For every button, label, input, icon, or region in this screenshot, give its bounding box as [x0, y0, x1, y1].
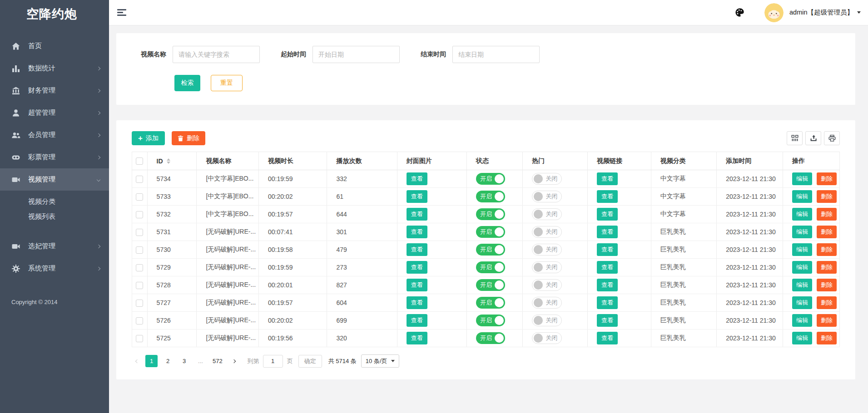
view-cover-button[interactable]: 查看 [407, 314, 427, 327]
view-cover-button[interactable]: 查看 [407, 208, 427, 221]
hot-toggle-off[interactable]: 关闭 [532, 279, 562, 291]
hot-toggle-off[interactable]: 关闭 [532, 297, 562, 309]
sidebar-item-video[interactable]: 视频管理 [0, 168, 109, 191]
status-toggle-on[interactable]: 开启 [476, 191, 505, 202]
view-cover-button[interactable]: 查看 [407, 226, 427, 238]
video-name-input[interactable] [173, 46, 260, 63]
page-number[interactable]: 1 [145, 355, 158, 367]
sidebar-item-superadmin[interactable]: 超管管理 [0, 102, 109, 124]
per-page-select[interactable]: 10 条/页 [361, 354, 399, 368]
view-link-button[interactable]: 查看 [597, 314, 618, 327]
view-link-button[interactable]: 查看 [597, 279, 618, 291]
row-checkbox[interactable] [136, 246, 143, 254]
hot-toggle-off[interactable]: 关闭 [532, 315, 562, 326]
delete-row-button[interactable]: 删除 [817, 226, 837, 238]
avatar[interactable] [764, 3, 784, 22]
delete-row-button[interactable]: 删除 [817, 243, 837, 256]
goto-confirm-button[interactable]: 确定 [298, 355, 322, 368]
prev-page-button[interactable] [132, 355, 143, 367]
bulk-delete-button[interactable]: 删除 [172, 131, 205, 145]
row-checkbox[interactable] [136, 335, 143, 342]
search-button[interactable]: 检索 [174, 75, 200, 91]
view-cover-button[interactable]: 查看 [407, 296, 427, 309]
status-toggle-on[interactable]: 开启 [476, 173, 505, 185]
row-checkbox[interactable] [136, 229, 143, 236]
edit-button[interactable]: 编辑 [792, 172, 812, 185]
sort-icon[interactable] [167, 158, 170, 164]
delete-row-button[interactable]: 删除 [817, 261, 837, 274]
sidebar-item-lottery[interactable]: 彩票管理 [0, 146, 109, 168]
delete-row-button[interactable]: 删除 [817, 172, 837, 185]
delete-row-button[interactable]: 删除 [817, 296, 837, 309]
edit-button[interactable]: 编辑 [792, 226, 812, 238]
hot-toggle-off[interactable]: 关闭 [532, 261, 562, 273]
menu-toggle-icon[interactable] [117, 9, 126, 16]
view-link-button[interactable]: 查看 [597, 172, 618, 185]
export-button[interactable] [805, 131, 821, 145]
sidebar-item-system[interactable]: 系统管理 [0, 257, 109, 280]
view-link-button[interactable]: 查看 [597, 296, 618, 309]
sidebar-item-stats[interactable]: 数据统计 [0, 57, 109, 79]
start-date-input[interactable] [312, 46, 400, 63]
status-toggle-on[interactable]: 开启 [476, 297, 505, 309]
view-cover-button[interactable]: 查看 [407, 279, 427, 291]
view-cover-button[interactable]: 查看 [407, 190, 427, 203]
next-page-button[interactable] [228, 355, 239, 367]
edit-button[interactable]: 编辑 [792, 279, 812, 291]
hot-toggle-off[interactable]: 关闭 [532, 208, 562, 220]
edit-button[interactable]: 编辑 [792, 296, 812, 309]
status-toggle-on[interactable]: 开启 [476, 244, 505, 256]
hot-toggle-off[interactable]: 关闭 [532, 191, 562, 202]
columns-toggle-button[interactable] [787, 131, 803, 145]
hot-toggle-off[interactable]: 关闭 [532, 332, 562, 344]
edit-button[interactable]: 编辑 [792, 208, 812, 221]
theme-palette-icon[interactable] [735, 8, 744, 17]
row-checkbox[interactable] [136, 264, 143, 271]
status-toggle-on[interactable]: 开启 [476, 261, 505, 273]
delete-row-button[interactable]: 删除 [817, 314, 837, 327]
hot-toggle-off[interactable]: 关闭 [532, 173, 562, 185]
row-checkbox[interactable] [136, 282, 143, 289]
sidebar-subitem-video-category[interactable]: 视频分类 [0, 194, 109, 209]
view-link-button[interactable]: 查看 [597, 190, 618, 203]
sidebar-item-concubine[interactable]: 选妃管理 [0, 235, 109, 257]
page-number[interactable]: 572 [211, 355, 224, 367]
edit-button[interactable]: 编辑 [792, 190, 812, 203]
hot-toggle-off[interactable]: 关闭 [532, 244, 562, 256]
edit-button[interactable]: 编辑 [792, 243, 812, 256]
view-link-button[interactable]: 查看 [597, 261, 618, 274]
status-toggle-on[interactable]: 开启 [476, 279, 505, 291]
sidebar-item-home[interactable]: 首页 [0, 35, 109, 57]
add-button[interactable]: + 添加 [132, 131, 165, 145]
select-all-checkbox[interactable] [136, 157, 143, 165]
sidebar-item-members[interactable]: 会员管理 [0, 124, 109, 146]
delete-row-button[interactable]: 删除 [817, 332, 837, 344]
hot-toggle-off[interactable]: 关闭 [532, 226, 562, 238]
row-checkbox[interactable] [136, 211, 143, 218]
sidebar-subitem-video-list[interactable]: 视频列表 [0, 209, 109, 224]
status-toggle-on[interactable]: 开启 [476, 315, 505, 326]
admin-dropdown[interactable]: admin【超级管理员】 [789, 8, 861, 17]
view-cover-button[interactable]: 查看 [407, 332, 427, 344]
end-date-input[interactable] [452, 46, 540, 63]
view-link-button[interactable]: 查看 [597, 243, 618, 256]
print-button[interactable] [824, 131, 840, 145]
view-cover-button[interactable]: 查看 [407, 261, 427, 274]
view-cover-button[interactable]: 查看 [407, 172, 427, 185]
row-checkbox[interactable] [136, 193, 143, 201]
status-toggle-on[interactable]: 开启 [476, 208, 505, 220]
page-number[interactable]: 2 [162, 355, 174, 367]
view-link-button[interactable]: 查看 [597, 332, 618, 344]
row-checkbox[interactable] [136, 317, 143, 324]
view-link-button[interactable]: 查看 [597, 226, 618, 238]
status-toggle-on[interactable]: 开启 [476, 332, 505, 344]
edit-button[interactable]: 编辑 [792, 332, 812, 344]
view-cover-button[interactable]: 查看 [407, 243, 427, 256]
delete-row-button[interactable]: 删除 [817, 279, 837, 291]
page-number[interactable]: 3 [178, 355, 190, 367]
edit-button[interactable]: 编辑 [792, 261, 812, 274]
row-checkbox[interactable] [136, 300, 143, 307]
row-checkbox[interactable] [136, 176, 143, 183]
view-link-button[interactable]: 查看 [597, 208, 618, 221]
edit-button[interactable]: 编辑 [792, 314, 812, 327]
